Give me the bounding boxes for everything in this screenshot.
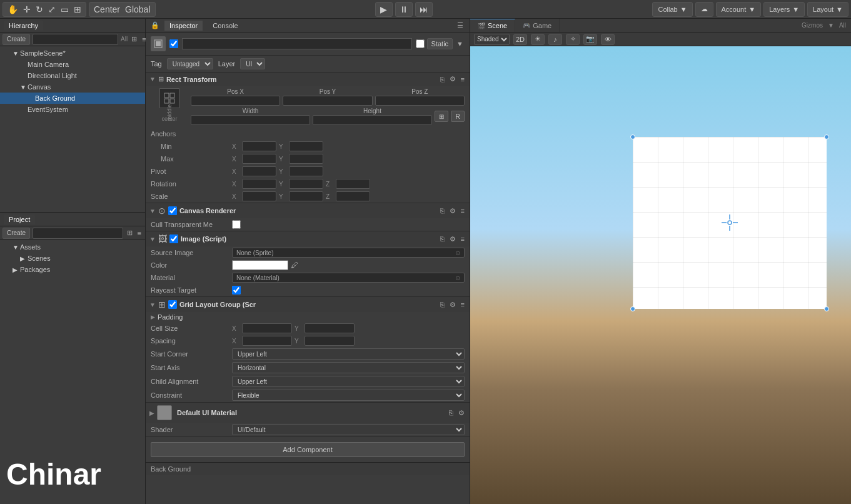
scale-z-input[interactable]: 1	[336, 191, 370, 201]
material-paste-btn[interactable]: ⎘	[448, 409, 455, 417]
min-y-input[interactable]: 0.5	[289, 141, 323, 151]
image-checkbox[interactable]	[169, 234, 178, 243]
reset-btn[interactable]: R	[451, 111, 465, 122]
spacing-y-input[interactable]: 19.92	[305, 336, 355, 346]
canvas-settings-btn[interactable]: ⚙	[448, 207, 457, 215]
scene-tab[interactable]: 🎬 Scene	[470, 19, 515, 32]
child-alignment-select[interactable]: Upper Left	[232, 376, 465, 387]
layers-btn[interactable]: Layers ▼	[763, 2, 805, 17]
padding-toggle[interactable]: ▶ Padding	[146, 312, 470, 322]
hierarchy-item-maincamera[interactable]: Main Camera	[0, 59, 145, 70]
center-btn[interactable]: Center	[92, 4, 122, 14]
hierarchy-item-canvas[interactable]: ▼ Canvas	[0, 81, 145, 93]
pivot-x-input[interactable]: 0.5	[242, 166, 276, 176]
rot-z-input[interactable]: 0	[336, 179, 370, 189]
canvas-paste-btn[interactable]: ⎘	[439, 207, 446, 215]
tag-select[interactable]: Untagged	[167, 58, 213, 69]
pos-z-input[interactable]: 0	[375, 96, 465, 106]
start-axis-select[interactable]: Horizontal	[232, 362, 465, 373]
cloud-btn[interactable]: ☁	[695, 2, 713, 17]
project-item-scenes[interactable]: ▶ Scenes	[0, 253, 145, 264]
canvas-menu-btn[interactable]: ≡	[460, 207, 466, 215]
hand-tool[interactable]: ✋	[6, 4, 20, 14]
handle-bl[interactable]	[630, 306, 635, 311]
global-btn[interactable]: Global	[123, 4, 152, 14]
material-settings-btn[interactable]: ⚙	[457, 409, 466, 417]
eyedropper-btn[interactable]: 🖊	[291, 261, 298, 270]
material-value[interactable]: None (Material) ⊙	[232, 273, 465, 283]
grid-checkbox[interactable]	[168, 300, 177, 309]
grid-paste-btn[interactable]: ⎘	[439, 301, 446, 309]
project-icon-btn2[interactable]: ≡	[136, 229, 143, 237]
project-search[interactable]	[33, 228, 123, 239]
hierarchy-icon-btn1[interactable]: ⊞	[130, 35, 138, 43]
rot-y-input[interactable]: 0	[289, 179, 323, 189]
grid-layout-header[interactable]: ▼ ⊞ Grid Layout Group (Scr ⎘ ⚙ ≡	[146, 297, 470, 312]
object-active-checkbox[interactable]	[169, 39, 178, 48]
lighting-btn[interactable]: ☀	[531, 34, 545, 45]
project-icon-btn1[interactable]: ⊞	[126, 229, 134, 237]
scale-x-input[interactable]: 1	[242, 191, 276, 201]
grid-menu-btn[interactable]: ≡	[460, 301, 466, 309]
color-swatch[interactable]	[232, 260, 288, 270]
pos-x-input[interactable]: 3.0518e-0	[191, 96, 280, 106]
layer-select[interactable]: UI	[240, 58, 265, 69]
console-tab[interactable]: Console	[208, 21, 243, 31]
project-item-assets[interactable]: ▼ Assets	[0, 241, 145, 253]
source-image-value[interactable]: None (Sprite) ⊙	[232, 248, 465, 258]
rect-settings-btn[interactable]: ⚙	[448, 75, 457, 83]
rot-x-input[interactable]: 0	[242, 179, 276, 189]
width-input[interactable]: 808.2	[191, 115, 310, 125]
rect-menu-btn[interactable]: ≡	[460, 75, 466, 83]
image-header[interactable]: ▼ 🖼 Image (Script) ⎘ ⚙ ≡	[146, 231, 470, 246]
cell-y-input[interactable]: 100	[305, 323, 355, 333]
rotate-tool[interactable]: ↻	[34, 4, 45, 14]
pos-y-input[interactable]: 0	[283, 96, 372, 106]
scale-y-input[interactable]: 1	[289, 191, 323, 201]
hierarchy-item-samplescene[interactable]: ▼ SampleScene*	[0, 48, 145, 59]
grid-settings-btn[interactable]: ⚙	[448, 301, 457, 309]
default-ui-material-header[interactable]: ▶ Default UI Material ⎘ ⚙	[146, 403, 470, 423]
hierarchy-search[interactable]	[33, 34, 118, 45]
constraint-select[interactable]: Flexible	[232, 390, 465, 401]
move-tool[interactable]: ✛	[21, 4, 33, 14]
inspector-tab[interactable]: Inspector	[164, 21, 203, 31]
max-x-input[interactable]: 0.5	[242, 154, 276, 164]
shaded-select[interactable]: Shaded	[474, 34, 510, 45]
canvas-renderer-header[interactable]: ▼ ⊙ Canvas Renderer ⎘ ⚙ ≡	[146, 203, 470, 218]
inspector-menu-btn[interactable]: ☰	[456, 21, 465, 29]
twod-btn[interactable]: 2D	[513, 34, 527, 45]
hierarchy-item-background[interactable]: Back Ground	[0, 93, 145, 104]
project-item-packages[interactable]: ▶ Packages	[0, 264, 145, 275]
image-paste-btn[interactable]: ⎘	[439, 235, 446, 243]
step-button[interactable]: ⏭	[415, 2, 433, 17]
cell-x-input[interactable]: 100	[242, 323, 292, 333]
hierarchy-item-directionallight[interactable]: Directional Light	[0, 70, 145, 81]
handle-tl[interactable]	[630, 134, 635, 139]
rect-transform-header[interactable]: ▼ ⊞ Rect Transform ⎘ ⚙ ≡	[146, 73, 470, 86]
static-checkbox[interactable]	[416, 39, 425, 48]
audio-btn[interactable]: ♪	[548, 34, 562, 45]
scale-tool[interactable]: ⤢	[46, 4, 58, 14]
min-x-input[interactable]: 0.5	[242, 141, 276, 151]
hierarchy-tab[interactable]: Hierarchy	[4, 21, 43, 31]
rect-tool[interactable]: ▭	[59, 4, 71, 14]
shader-select[interactable]: UI/Default	[232, 424, 465, 435]
project-tab[interactable]: Project	[4, 214, 35, 224]
game-tab[interactable]: 🎮 Game	[515, 19, 560, 32]
handle-tr[interactable]	[824, 134, 829, 139]
add-component-button[interactable]: Add Component	[151, 442, 465, 457]
pivot-y-input[interactable]: 0.5	[289, 166, 323, 176]
layout-btn[interactable]: Layout ▼	[807, 2, 848, 17]
image-menu-btn[interactable]: ≡	[460, 235, 466, 243]
raycast-checkbox[interactable]	[232, 286, 241, 295]
handle-br[interactable]	[824, 306, 829, 311]
cull-checkbox[interactable]	[232, 220, 241, 229]
account-btn[interactable]: Account ▼	[716, 2, 762, 17]
max-y-input[interactable]: 0.5	[289, 154, 323, 164]
effects-btn[interactable]: ✧	[566, 34, 580, 45]
camera-btn[interactable]: 📷	[583, 34, 597, 45]
project-create-btn[interactable]: Create	[3, 228, 30, 239]
spacing-x-input[interactable]: 16.5	[242, 336, 292, 346]
hierarchy-item-eventsystem[interactable]: EventSystem	[0, 104, 145, 115]
